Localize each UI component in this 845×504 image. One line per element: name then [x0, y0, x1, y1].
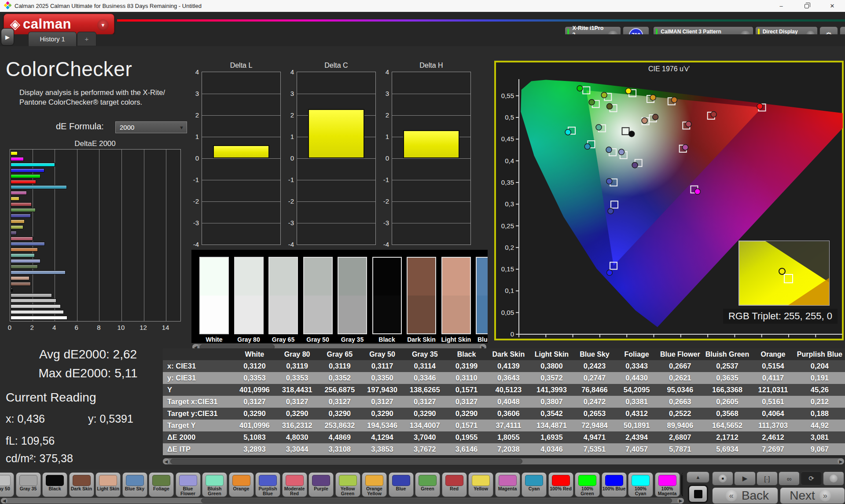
- palette-blue[interactable]: Blue: [389, 472, 414, 497]
- table-scrollbar[interactable]: ◀ ▶: [163, 458, 844, 464]
- patch-palette: Gray 50Gray 35BlackDark SkinLight SkinBl…: [0, 472, 683, 497]
- restore-button[interactable]: [794, 0, 819, 12]
- palette-cyan[interactable]: Cyan: [522, 472, 547, 497]
- de-formula-select[interactable]: 2000 ▼: [115, 121, 187, 133]
- column-header: Gray 80: [276, 348, 319, 360]
- x-tick-label: 12: [140, 324, 147, 331]
- palette-scrollbar[interactable]: ◀ ▶: [1, 498, 684, 504]
- y-tick-label: 4: [187, 68, 199, 76]
- table-cell: 76,8466: [573, 384, 616, 396]
- palette-label: Gray 35: [16, 486, 40, 491]
- refresh-measure-button[interactable]: ⟳: [801, 471, 822, 486]
- table-cell: 9,067: [794, 443, 845, 455]
- stop-measure-button[interactable]: ■: [712, 471, 733, 486]
- measure-controls: ■ ▶ [·] ∞ ⟳: [712, 471, 845, 486]
- stop-pattern-button[interactable]: [688, 485, 708, 503]
- color-chip: [179, 475, 197, 486]
- table-cell: 0,3643: [487, 372, 530, 384]
- continuous-measure-button[interactable]: ∞: [779, 471, 800, 486]
- palette-bluish-green[interactable]: Bluish Green: [202, 472, 227, 497]
- single-measure-button[interactable]: [·]: [757, 471, 778, 486]
- table-row: ΔE 20005,10834,80304,48694,12943,70400,1…: [163, 431, 845, 443]
- palette-100-red[interactable]: 100% Red: [548, 472, 573, 497]
- delta-bar: [403, 130, 459, 158]
- scrollbar-thumb[interactable]: [170, 459, 522, 464]
- table-cell: 0,3353: [233, 372, 276, 384]
- calman-menu-chevron-icon[interactable]: ▼: [97, 19, 109, 31]
- blank-measure-button[interactable]: [823, 471, 844, 486]
- palette-blue-flower[interactable]: Blue Flower: [176, 472, 201, 497]
- gridline: [297, 201, 375, 202]
- palette-100-blue[interactable]: 100% Blue: [602, 472, 627, 497]
- palette-100-magenta[interactable]: 100% Magenta: [655, 472, 680, 497]
- palette-yellow[interactable]: Yellow: [468, 472, 493, 497]
- palette-moderate-red[interactable]: Moderate Red: [282, 472, 307, 497]
- play-measure-button[interactable]: ▶: [734, 471, 755, 486]
- table-cell: 401,0996: [233, 384, 276, 396]
- table-cell: 0,4430: [616, 372, 658, 384]
- palette-gray-50[interactable]: Gray 50: [0, 472, 14, 497]
- palette-magenta[interactable]: Magenta: [495, 472, 520, 497]
- x-tick-label: 2: [30, 324, 33, 331]
- measured-magenta: [683, 145, 688, 150]
- color-chip: [632, 475, 650, 486]
- deltae-bar-100-yellow: [11, 151, 18, 155]
- table-cell: 4,4869: [318, 431, 361, 443]
- scrollbar-thumb[interactable]: [201, 498, 672, 503]
- palette-up-button[interactable]: ▲: [687, 471, 709, 483]
- palette-orange[interactable]: Orange: [229, 472, 254, 497]
- gridline: [297, 158, 375, 159]
- deltae-chart: [10, 149, 181, 321]
- palette-gray-35[interactable]: Gray 35: [16, 472, 41, 497]
- deltae-bar-bluish-green: [11, 253, 35, 257]
- scroll-left-icon[interactable]: ◀: [163, 458, 169, 464]
- measured-green: [589, 99, 595, 105]
- scroll-left-icon[interactable]: ◀: [1, 498, 7, 504]
- palette-foliage[interactable]: Foliage: [149, 472, 174, 497]
- deltae-chart-xaxis: 02468101214: [10, 324, 195, 332]
- palette-blue-sky[interactable]: Blue Sky: [122, 472, 147, 497]
- palette-green[interactable]: Green: [415, 472, 440, 497]
- palette-100-green[interactable]: 100% Green: [575, 472, 600, 497]
- color-chip: [259, 475, 277, 486]
- back-button[interactable]: « Back: [712, 487, 778, 504]
- deltae-bar-orange-yellow: [11, 219, 25, 223]
- deltae-bar-cyan: [11, 185, 67, 189]
- infinity-icon: ∞: [787, 475, 792, 482]
- table-cell: 0,3127: [446, 396, 487, 408]
- scroll-right-icon[interactable]: ▶: [677, 498, 684, 504]
- palette-100-cyan[interactable]: 100% Cyan: [628, 472, 653, 497]
- swatch-label: Dark Skin: [407, 336, 436, 343]
- svg-text:0,05: 0,05: [540, 338, 552, 340]
- color-chip: [525, 475, 543, 486]
- palette-black[interactable]: Black: [42, 472, 67, 497]
- close-button[interactable]: ✕: [819, 0, 845, 12]
- table-cell: 0,3606: [487, 408, 530, 420]
- palette-orange-yellow[interactable]: Orange Yellow: [362, 472, 387, 497]
- table-cell: 134,4007: [404, 420, 446, 431]
- palette-100-yellow[interactable]: 100% Yellow: [681, 472, 683, 497]
- palette-purple[interactable]: Purple: [309, 472, 334, 497]
- palette-dark-skin[interactable]: Dark Skin: [69, 472, 94, 497]
- palette-yellow-green[interactable]: Yellow Green: [335, 472, 360, 497]
- scroll-right-icon[interactable]: ▶: [838, 458, 844, 464]
- y-tick-label: 3: [282, 90, 294, 97]
- next-button[interactable]: Next »: [780, 487, 845, 504]
- tab-history-1[interactable]: History 1: [28, 32, 77, 46]
- minimize-button[interactable]: –: [768, 0, 794, 12]
- x-tick-label: 6: [75, 324, 78, 331]
- svg-text:0,35: 0,35: [501, 179, 514, 186]
- color-chip: [0, 475, 11, 486]
- color-chip: [472, 475, 490, 486]
- svg-text:0,5: 0,5: [505, 113, 514, 121]
- add-tab-button[interactable]: +: [77, 32, 96, 46]
- palette-purplish-blue[interactable]: Purplish Blue: [255, 472, 280, 497]
- palette-red[interactable]: Red: [442, 472, 467, 497]
- workflow-play-button[interactable]: ▶: [1, 28, 14, 46]
- palette-light-skin[interactable]: Light Skin: [96, 472, 121, 497]
- column-header: Purplish Blue: [794, 348, 845, 360]
- swatch-label: Gray 35: [338, 336, 367, 343]
- table-row: Target x:CIE310,31270,31270,31270,31270,…: [163, 396, 845, 408]
- table-cell: 0,3290: [446, 408, 487, 420]
- y-tick-label: 2: [282, 111, 294, 119]
